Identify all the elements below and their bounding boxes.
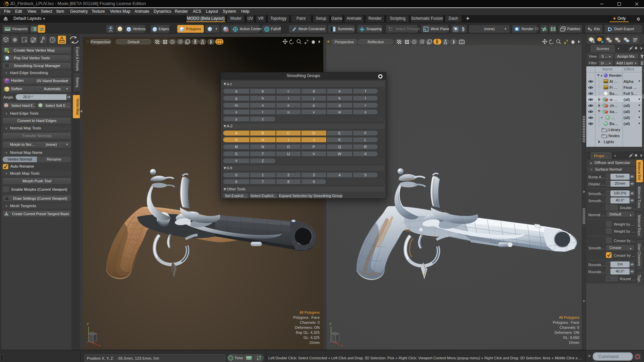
svg-text:(all): (all) (624, 98, 630, 102)
svg-text:Full S…: Full S… (624, 92, 637, 96)
svg-text:Render: Render (609, 73, 622, 77)
svg-text:Ba…: Ba… (609, 92, 618, 96)
svg-text:x: x (98, 343, 100, 347)
svg-text:Library: Library (608, 128, 620, 132)
svg-text:x: x (341, 343, 343, 347)
svg-text:Fi …: Fi … (609, 85, 618, 89)
svg-text:Alpha: Alpha (624, 79, 634, 83)
svg-text:Al …: Al … (609, 79, 618, 83)
svg-text:ch…: ch… (610, 104, 618, 108)
svg-text:Y: Y (87, 322, 89, 326)
svg-text:Y: Y (329, 322, 332, 326)
svg-text:…: … (611, 116, 615, 120)
svg-text:Final …: Final … (624, 85, 637, 89)
svg-text:(all): (all) (624, 116, 630, 120)
svg-text:Nodes: Nodes (608, 134, 620, 138)
svg-text:w …: w … (609, 98, 618, 102)
svg-text:Lights: Lights (604, 140, 614, 144)
svg-text:Ba…: Ba… (609, 122, 618, 126)
svg-text:ba…: ba… (610, 110, 618, 114)
svg-text:(all): (all) (624, 104, 630, 108)
svg-text:(all): (all) (624, 122, 630, 126)
svg-text:(all): (all) (624, 110, 630, 114)
svg-text:+: + (600, 74, 602, 78)
